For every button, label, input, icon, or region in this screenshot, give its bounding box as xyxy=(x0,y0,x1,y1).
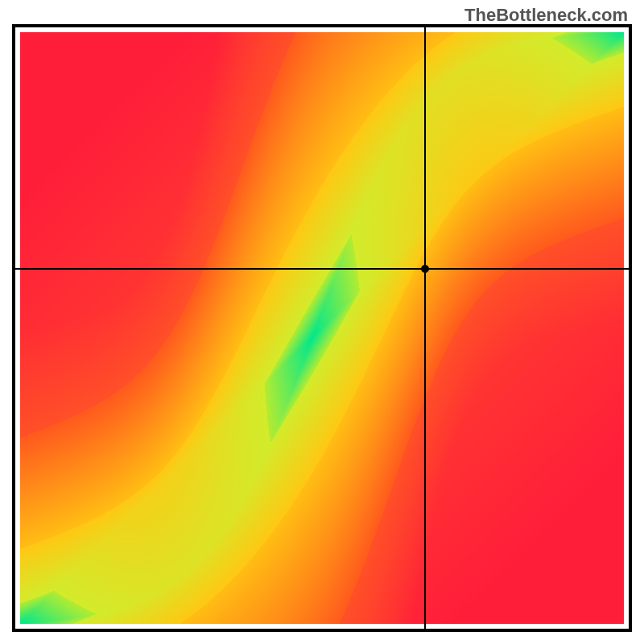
chart-area xyxy=(15,27,629,629)
heatmap-canvas xyxy=(15,27,629,629)
marker-dot xyxy=(421,265,429,273)
crosshair-horizontal xyxy=(15,268,629,270)
watermark-text: TheBottleneck.com xyxy=(464,5,628,26)
chart-frame xyxy=(12,24,632,632)
crosshair-vertical xyxy=(424,27,426,629)
